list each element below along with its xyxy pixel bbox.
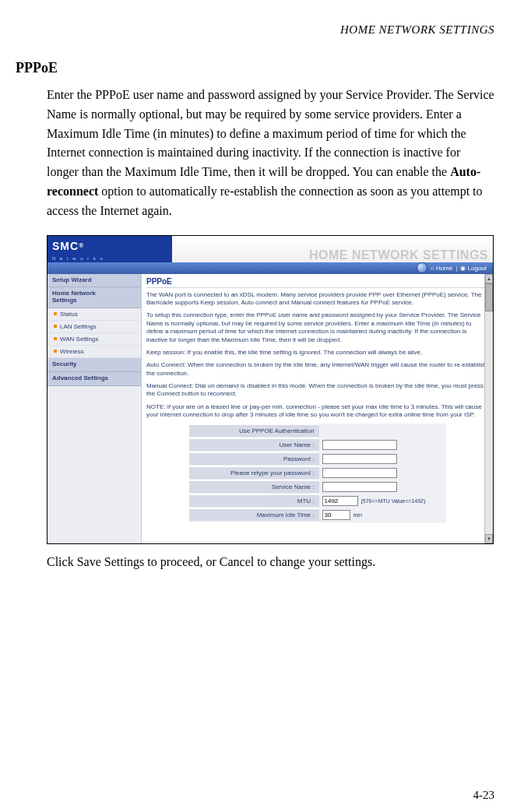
mtu-label: MTU :	[189, 495, 319, 508]
idle-input[interactable]	[322, 510, 350, 520]
logo-reg: ®	[79, 242, 84, 249]
section-title: PPPoE	[16, 60, 494, 76]
sidebar-setup-wizard[interactable]: Setup Wizard	[47, 274, 141, 288]
logout-link[interactable]: ◉ Logout	[460, 265, 487, 272]
scroll-down-icon[interactable]: ▼	[485, 534, 493, 543]
sidebar-advanced[interactable]: Advanced Settings	[47, 372, 141, 386]
sidebar-home-network[interactable]: Home Network Settings	[47, 287, 141, 308]
content-para-2: To setup this connection type, enter the…	[146, 311, 488, 344]
cancel-bold: Cancel	[220, 555, 254, 568]
router-admin-screenshot: SMC® N e t w o r k s HOME NETWORK SETTIN…	[47, 235, 494, 544]
content-pane: PPPoE The WAN port is connected to an xD…	[142, 274, 493, 543]
password-input[interactable]	[322, 454, 397, 464]
logout-icon: ◉	[460, 265, 467, 272]
toolbar-separator: |	[455, 265, 457, 272]
auth-field	[319, 424, 446, 438]
page-header: HOME NETWORK SETTINGS	[16, 23, 494, 37]
username-input[interactable]	[322, 440, 397, 450]
footer-e: to change your settings.	[254, 555, 375, 568]
sidebar-security[interactable]: Security	[47, 358, 141, 372]
content-para-4: Auto Connect: When the connection is bro…	[146, 361, 488, 378]
idle-hint: min	[353, 512, 362, 518]
scroll-track[interactable]	[485, 311, 493, 534]
home-link[interactable]: ⌂ Home	[431, 265, 452, 272]
sidebar-item-label: LAN Settings	[60, 323, 97, 330]
sidebar-item-label: Status	[60, 311, 78, 318]
sidebar-item-wan[interactable]: WAN Settings	[47, 333, 141, 346]
globe-icon	[417, 262, 427, 273]
page-number: 4-23	[473, 789, 495, 802]
footer-a: Click	[47, 555, 77, 568]
screenshot-topbar: SMC® N e t w o r k s HOME NETWORK SETTIN…	[47, 236, 493, 262]
home-icon: ⌂	[431, 265, 436, 272]
smc-logo: SMC® N e t w o r k s	[47, 236, 172, 262]
pppoe-form: Use PPPOE Authentication User Name : Pas…	[189, 424, 446, 522]
body-paragraph: Enter the PPPoE user name and password a…	[47, 86, 494, 221]
footer-paragraph: Click Save Settings to proceed, or Cance…	[47, 555, 494, 569]
sidebar-item-wireless[interactable]: Wireless	[47, 346, 141, 358]
service-input[interactable]	[322, 482, 397, 492]
username-label: User Name :	[189, 439, 319, 452]
sidebar-item-lan[interactable]: LAN Settings	[47, 321, 141, 333]
content-title: PPPoE	[146, 274, 488, 288]
auth-label: Use PPPOE Authentication	[189, 425, 319, 438]
bullet-icon	[54, 350, 57, 353]
body-text-a: Enter the PPPoE user name and password a…	[47, 88, 494, 178]
sidebar-item-label: WAN Settings	[60, 336, 99, 343]
save-settings-bold: Save Settings	[77, 555, 145, 568]
footer-c: to proceed, or	[144, 555, 219, 568]
screenshot-toolbar: ⌂ Home | ◉ Logout	[47, 262, 493, 274]
scroll-up-icon[interactable]: ▲	[485, 274, 493, 283]
service-label: Service Name :	[189, 481, 319, 494]
logo-subtext: N e t w o r k s	[47, 256, 172, 262]
content-para-5: Manual Connect: Dial on demand is disabl…	[146, 382, 488, 399]
mtu-input[interactable]	[322, 496, 358, 506]
content-para-6: NOTE: If your are on a leased line or pa…	[146, 403, 488, 420]
scroll-thumb[interactable]	[485, 283, 493, 311]
sidebar-item-status[interactable]: Status	[47, 308, 141, 321]
bullet-icon	[54, 312, 57, 315]
body-text-b: option to automatically re-establish the…	[47, 185, 483, 217]
idle-label: Maximum Idle Time :	[189, 509, 319, 522]
content-para-1: The WAN port is connected to an xDSL mod…	[146, 291, 488, 308]
vertical-scrollbar[interactable]: ▲ ▼	[484, 274, 493, 543]
banner-title: HOME NETWORK SETTINGS	[309, 248, 488, 262]
mtu-hint: (576<=MTU Value<=1492)	[361, 498, 426, 504]
sidebar: Setup Wizard Home Network Settings Statu…	[47, 274, 142, 543]
sidebar-item-label: Wireless	[60, 348, 84, 355]
content-para-3: Keep session: If you enable this, the id…	[146, 349, 488, 357]
password-label: Password :	[189, 453, 319, 466]
bullet-icon	[54, 325, 57, 328]
bullet-icon	[54, 337, 57, 340]
password2-input[interactable]	[322, 468, 397, 478]
password2-label: Please retype your password :	[189, 467, 319, 480]
logo-text: SMC	[52, 240, 79, 252]
